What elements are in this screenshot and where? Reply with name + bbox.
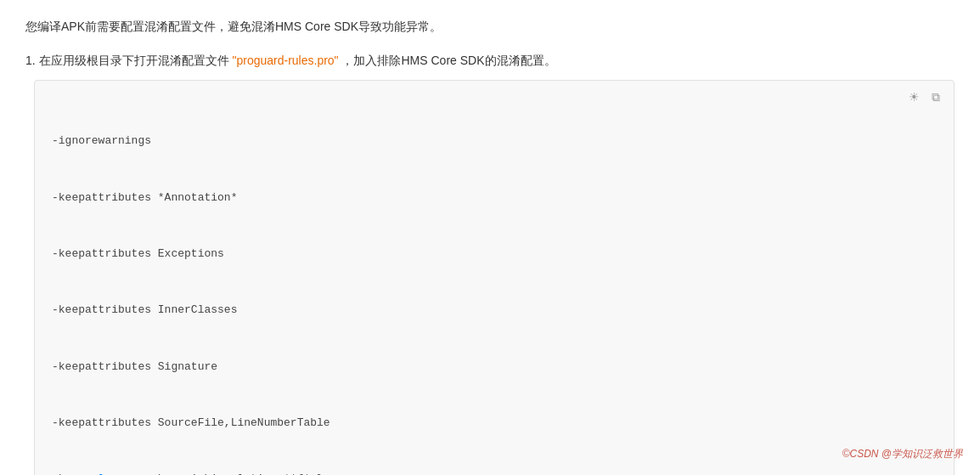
step1-text2: ，加入排除HMS Core SDK的混淆配置。 — [341, 54, 555, 67]
intro-text: 您编译APK前需要配置混淆配置文件，避免混淆HMS Core SDK导致功能异常… — [25, 17, 955, 36]
step1-filename: "proguard-rules.pro" — [232, 54, 338, 67]
sun-icon[interactable]: ☀ — [906, 89, 921, 105]
step1-text1: 在应用级根目录下打开混淆配置文件 — [39, 54, 233, 67]
code-line-3: -keepattributes Exceptions — [52, 245, 937, 263]
step-1: 1. 在应用级根目录下打开混淆配置文件 "proguard-rules.pro"… — [25, 51, 955, 475]
code-line-1: -ignorewarnings — [52, 132, 937, 150]
code-content: -ignorewarnings -keepattributes *Annotat… — [52, 94, 937, 475]
code-icons: ☀ ⧉ — [906, 89, 943, 105]
code-line-6: -keepattributes SourceFile,LineNumberTab… — [52, 414, 937, 433]
step1-title: 1. 在应用级根目录下打开混淆配置文件 "proguard-rules.pro"… — [25, 51, 955, 71]
copy-icon[interactable]: ⧉ — [928, 89, 943, 105]
watermark: ©CSDN @学知识泛救世界 — [842, 447, 963, 461]
step1-code-block: ☀ ⧉ -ignorewarnings -keepattributes *Ann… — [34, 80, 955, 475]
code-line-2: -keepattributes *Annotation* — [52, 189, 937, 207]
code-line-4: -keepattributes InnerClasses — [52, 301, 937, 319]
code-line-5: -keepattributes Signature — [52, 358, 937, 376]
step1-label: 1. — [25, 54, 36, 67]
code-line-7: -keep class com.huawei.hianalytics.**{*;… — [52, 470, 937, 475]
